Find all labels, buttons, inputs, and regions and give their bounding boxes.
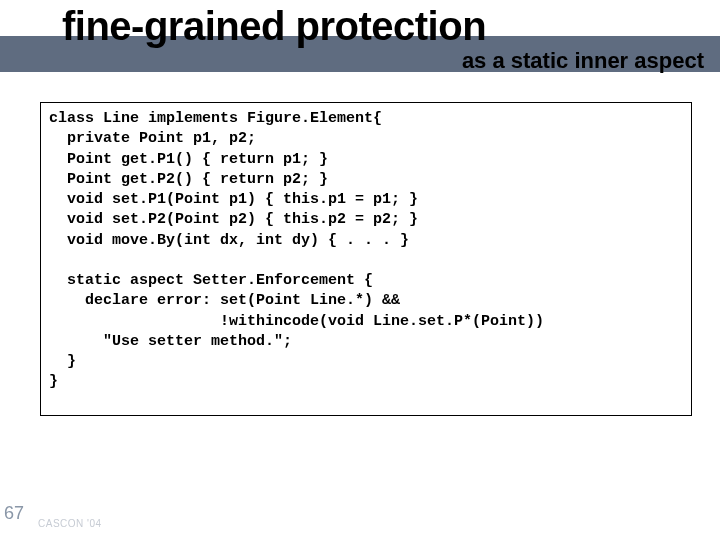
slide-subtitle: as a static inner aspect — [462, 48, 704, 74]
code-line: private Point p1, p2; — [49, 130, 256, 147]
code-line: class Line implements Figure.Element{ — [49, 110, 382, 127]
slide-title: fine-grained protection — [62, 4, 486, 49]
code-line: Point get.P1() { return p1; } — [49, 151, 328, 168]
code-line: void move.By(int dx, int dy) { . . . } — [49, 232, 409, 249]
code-line: void set.P1(Point p1) { this.p1 = p1; } — [49, 191, 418, 208]
code-line: "Use setter method."; — [49, 333, 292, 350]
code-line: !withincode(void Line.set.P*(Point)) — [49, 313, 544, 330]
code-line: Point get.P2() { return p2; } — [49, 171, 328, 188]
footer-text: CASCON '04 — [38, 518, 102, 529]
code-box: class Line implements Figure.Element{ pr… — [40, 102, 692, 416]
code-line: } — [49, 353, 76, 370]
slide-number: 67 — [4, 503, 24, 524]
code-line: } — [49, 373, 58, 390]
code-line: void set.P2(Point p2) { this.p2 = p2; } — [49, 211, 418, 228]
code-line: static aspect Setter.Enforcement { — [49, 272, 373, 289]
code-line: declare error: set(Point Line.*) && — [49, 292, 400, 309]
slide: fine-grained protection as a static inne… — [0, 0, 720, 540]
